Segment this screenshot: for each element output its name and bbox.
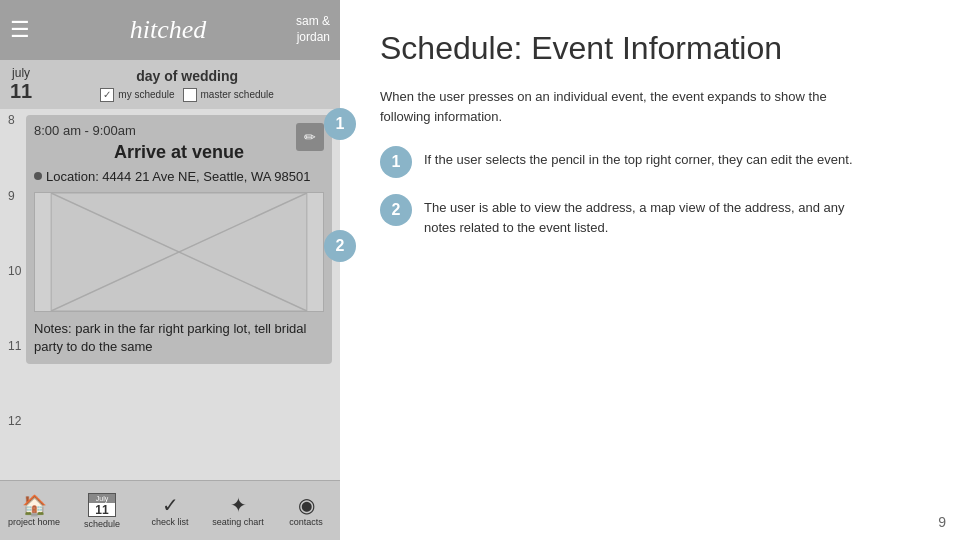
nav-calendar-day: 11 — [95, 503, 108, 517]
my-schedule-tab[interactable]: my schedule — [100, 88, 174, 102]
event-time: 8:00 am - 9:00am — [34, 123, 324, 138]
date-month: july — [12, 66, 30, 80]
nav-contacts[interactable]: ◉ contacts — [272, 481, 340, 540]
right-panel: Schedule: Event Information When the use… — [340, 0, 960, 540]
home-icon: 🏠 — [22, 495, 47, 515]
annotation-badge-1: 1 — [380, 146, 412, 178]
nav-project-home[interactable]: 🏠 project home — [0, 481, 68, 540]
hour-8: 8 — [8, 113, 15, 127]
contacts-icon: ◉ — [298, 495, 315, 515]
page-number: 9 — [938, 514, 946, 530]
annotation-badge-2: 2 — [380, 194, 412, 226]
event-location: Location: 4444 21 Ave NE, Seattle, WA 98… — [34, 169, 324, 184]
date-block: july 11 — [10, 66, 32, 103]
bottom-nav: 🏠 project home July 11 schedule ✓ check … — [0, 480, 340, 540]
checklist-icon: ✓ — [162, 495, 179, 515]
event-location-text: Location: 4444 21 Ave NE, Seattle, WA 98… — [46, 169, 311, 184]
nav-schedule[interactable]: July 11 schedule — [68, 481, 136, 540]
my-schedule-label: my schedule — [118, 89, 174, 100]
location-dot-icon — [34, 172, 42, 180]
annotation-1: 1 If the user selects the pencil in the … — [380, 146, 920, 178]
nav-check-list-label: check list — [151, 517, 188, 527]
nav-check-list[interactable]: ✓ check list — [136, 481, 204, 540]
event-card[interactable]: 8:00 am - 9:00am ✏ Arrive at venue Locat… — [26, 115, 332, 364]
nav-calendar-month: July — [89, 494, 115, 503]
user-name: sam &jordan — [296, 14, 330, 45]
master-schedule-checkbox[interactable] — [183, 88, 197, 102]
annotation-text-1: If the user selects the pencil in the to… — [424, 146, 853, 170]
app-header: ☰ hitched sam &jordan — [0, 0, 340, 60]
intro-text: When the user presses on an individual e… — [380, 87, 860, 126]
slide-title: Schedule: Event Information — [380, 30, 920, 67]
hour-11: 11 — [8, 339, 21, 353]
annotation-2: 2 The user is able to view the address, … — [380, 194, 920, 237]
seating-chart-icon: ✦ — [230, 495, 247, 515]
schedule-header: july 11 day of wedding my schedule maste… — [0, 60, 340, 109]
app-title: hitched — [40, 15, 296, 45]
my-schedule-checkbox[interactable] — [100, 88, 114, 102]
nav-seating-chart-label: seating chart — [212, 517, 264, 527]
map-view — [34, 192, 324, 312]
master-schedule-tab[interactable]: master schedule — [183, 88, 274, 102]
schedule-day-title: day of wedding — [44, 68, 330, 84]
event-title: Arrive at venue — [34, 142, 324, 163]
hour-10: 10 — [8, 264, 21, 278]
menu-icon[interactable]: ☰ — [10, 17, 30, 43]
callout-badge-1: 1 — [324, 108, 356, 140]
event-notes: Notes: park in the far right parking lot… — [34, 320, 324, 356]
schedule-title-block: day of wedding my schedule master schedu… — [44, 68, 330, 102]
date-day: 11 — [10, 80, 32, 103]
callout-badge-2: 2 — [324, 230, 356, 262]
nav-schedule-label: schedule — [84, 519, 120, 529]
schedule-tabs: my schedule master schedule — [44, 88, 330, 102]
annotation-text-2: The user is able to view the address, a … — [424, 194, 854, 237]
master-schedule-label: master schedule — [201, 89, 274, 100]
nav-project-home-label: project home — [8, 517, 60, 527]
nav-contacts-label: contacts — [289, 517, 323, 527]
hour-9: 9 — [8, 189, 15, 203]
calendar-icon: July 11 — [88, 493, 116, 517]
nav-seating-chart[interactable]: ✦ seating chart — [204, 481, 272, 540]
hour-12: 12 — [8, 414, 21, 428]
edit-button[interactable]: ✏ — [296, 123, 324, 151]
